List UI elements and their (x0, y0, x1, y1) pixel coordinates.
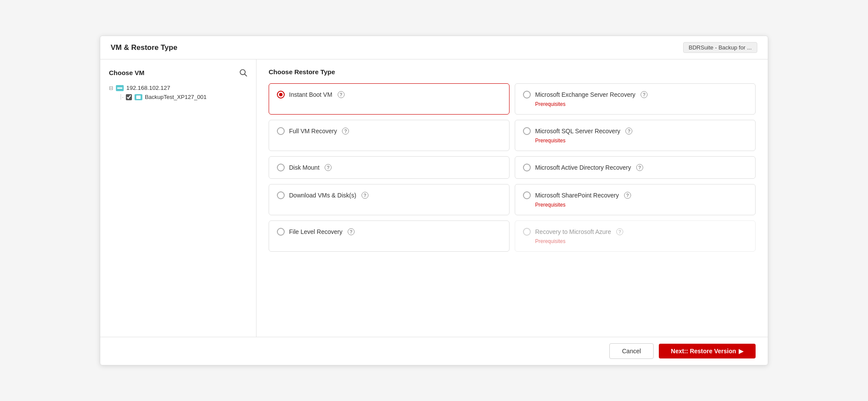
tree-vm-item: ┊- BackupTest_XP127_001 (119, 94, 247, 100)
option-disk-mount[interactable]: Disk Mount ? (269, 156, 510, 179)
option-row: Microsoft Exchange Server Recovery ? (523, 91, 747, 99)
radio-ms-sql-recovery (523, 127, 531, 135)
option-label-ms-sql-recovery: Microsoft SQL Server Recovery (535, 128, 620, 135)
modal-title: VM & Restore Type (111, 43, 178, 52)
option-ms-ad-recovery[interactable]: Microsoft Active Directory Recovery ? (515, 156, 756, 179)
prerequisites-ms-sql[interactable]: Prerequisites (535, 138, 747, 144)
option-label-ms-sharepoint-recovery: Microsoft SharePoint Recovery (535, 192, 619, 199)
next-arrow-icon: ▶ (739, 348, 743, 355)
radio-full-vm-recovery (277, 127, 285, 135)
vm-checkbox[interactable] (126, 94, 132, 100)
option-ms-sharepoint-recovery[interactable]: Microsoft SharePoint Recovery ? Prerequi… (515, 184, 756, 215)
left-panel: Choose VM ⊟ 192.168.102.127 ┊- (100, 59, 256, 337)
option-recovery-ms-azure[interactable]: Recovery to Microsoft Azure ? Prerequisi… (515, 220, 756, 252)
option-row: Recovery to Microsoft Azure ? (523, 228, 747, 236)
vm-icon (135, 94, 142, 100)
prerequisites-ms-azure[interactable]: Prerequisites (535, 238, 747, 244)
server-icon (116, 85, 124, 91)
radio-ms-ad-recovery (523, 164, 531, 171)
restore-options-grid: Instant Boot VM ? Microsoft Exchange Ser… (269, 83, 756, 252)
option-label-full-vm-recovery: Full VM Recovery (289, 128, 337, 135)
radio-download-vms-disks (277, 191, 285, 199)
option-row: Download VMs & Disk(s) ? (277, 191, 501, 199)
option-row: Microsoft SharePoint Recovery ? (523, 191, 747, 199)
radio-instant-boot-vm (277, 91, 285, 99)
option-file-level-recovery[interactable]: File Level Recovery ? (269, 220, 510, 252)
left-panel-header: Choose VM (109, 68, 247, 77)
option-row: Disk Mount ? (277, 164, 501, 171)
help-icon-download-vms-disks: ? (362, 192, 368, 199)
radio-recovery-ms-azure (523, 228, 531, 236)
next-button-label: Next:: Restore Version (671, 348, 736, 355)
cancel-button[interactable]: Cancel (609, 343, 654, 359)
tree-connector: ┊- (119, 94, 123, 100)
radio-ms-sharepoint-recovery (523, 191, 531, 199)
search-icon (239, 68, 247, 77)
help-icon-instant-boot-vm: ? (338, 91, 345, 98)
option-download-vms-disks[interactable]: Download VMs & Disk(s) ? (269, 184, 510, 215)
vm-tree: ⊟ 192.168.102.127 ┊- BackupTest_XP127_00… (109, 85, 247, 100)
help-icon-disk-mount: ? (325, 164, 332, 171)
option-instant-boot-vm[interactable]: Instant Boot VM ? (269, 83, 510, 115)
tree-host-item: ⊟ 192.168.102.127 (109, 85, 247, 91)
help-icon-ms-exchange-recovery: ? (641, 91, 648, 98)
help-icon-ms-sharepoint-recovery: ? (624, 192, 631, 199)
option-label-ms-ad-recovery: Microsoft Active Directory Recovery (535, 164, 631, 171)
help-icon-ms-ad-recovery: ? (636, 164, 643, 171)
radio-file-level-recovery (277, 228, 285, 236)
tree-toggle-icon[interactable]: ⊟ (109, 85, 113, 91)
right-panel: Choose Restore Type Instant Boot VM ? (256, 59, 768, 337)
option-label-file-level-recovery: File Level Recovery (289, 228, 342, 235)
option-ms-exchange-recovery[interactable]: Microsoft Exchange Server Recovery ? Pre… (515, 83, 756, 115)
choose-restore-type-title: Choose Restore Type (269, 68, 756, 76)
prerequisites-ms-sharepoint[interactable]: Prerequisites (535, 202, 747, 208)
option-label-disk-mount: Disk Mount (289, 164, 319, 171)
radio-inner (279, 93, 283, 96)
option-row: Full VM Recovery ? (277, 127, 501, 135)
radio-disk-mount (277, 164, 285, 171)
modal-footer: Cancel Next:: Restore Version ▶ (100, 337, 768, 365)
host-ip-label: 192.168.102.127 (126, 85, 170, 91)
option-row: Instant Boot VM ? (277, 91, 501, 99)
option-label-download-vms-disks: Download VMs & Disk(s) (289, 192, 356, 199)
prerequisites-ms-exchange[interactable]: Prerequisites (535, 101, 747, 107)
svg-line-1 (245, 74, 247, 76)
help-icon-recovery-ms-azure: ? (616, 228, 623, 235)
option-label-recovery-ms-azure: Recovery to Microsoft Azure (535, 228, 611, 235)
radio-ms-exchange-recovery (523, 91, 531, 99)
option-row: Microsoft SQL Server Recovery ? (523, 127, 747, 135)
help-icon-ms-sql-recovery: ? (625, 128, 632, 135)
modal-header: VM & Restore Type BDRSuite - Backup for … (100, 36, 768, 59)
option-row: Microsoft Active Directory Recovery ? (523, 164, 747, 171)
next-button[interactable]: Next:: Restore Version ▶ (659, 344, 756, 358)
help-icon-file-level-recovery: ? (348, 228, 355, 235)
option-label-ms-exchange-recovery: Microsoft Exchange Server Recovery (535, 91, 635, 98)
option-ms-sql-recovery[interactable]: Microsoft SQL Server Recovery ? Prerequi… (515, 120, 756, 151)
modal-body: Choose VM ⊟ 192.168.102.127 ┊- (100, 59, 768, 337)
vm-name-label: BackupTest_XP127_001 (145, 94, 207, 100)
search-button[interactable] (239, 68, 247, 77)
help-icon-full-vm-recovery: ? (342, 128, 349, 135)
option-full-vm-recovery[interactable]: Full VM Recovery ? (269, 120, 510, 151)
option-label-instant-boot-vm: Instant Boot VM (289, 91, 332, 98)
choose-vm-title: Choose VM (109, 69, 145, 76)
option-row: File Level Recovery ? (277, 228, 501, 236)
main-modal: VM & Restore Type BDRSuite - Backup for … (100, 36, 768, 365)
breadcrumb-badge: BDRSuite - Backup for ... (683, 42, 757, 53)
